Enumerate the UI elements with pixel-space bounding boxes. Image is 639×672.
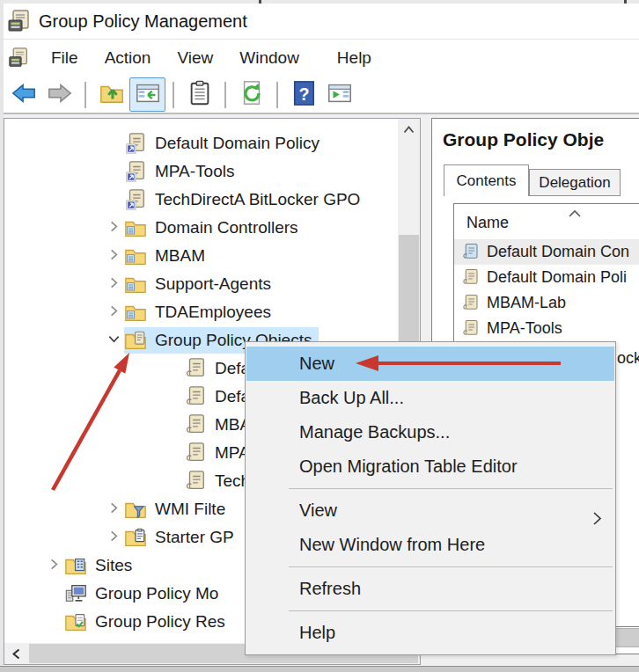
tree-item-label: TechDirectA BitLocker GPO — [155, 190, 360, 209]
menubar-item-help[interactable]: Help — [324, 43, 385, 73]
tree-item-body[interactable]: WMI Filte — [124, 496, 232, 522]
toolbar-separator — [276, 82, 278, 108]
refresh-icon — [239, 80, 265, 110]
tree-item-body[interactable]: Domain Controllers — [124, 215, 305, 241]
tree-item-body[interactable]: TDAEmployees — [124, 299, 278, 325]
tree-item-mbam[interactable]: MBAM — [4, 242, 397, 270]
gpo-link-icon — [124, 160, 147, 183]
context-menu: NewBack Up All...Manage Backups...Open M… — [245, 341, 616, 655]
tree-item-body[interactable]: Support-Agents — [124, 271, 278, 297]
tree-item-label: Sites — [95, 556, 132, 575]
window-bottom-border — [0, 666, 639, 672]
context-menu-item-open-migration-table-editor[interactable]: Open Migration Table Editor — [246, 449, 614, 484]
toolbar-back-arrow-button[interactable] — [5, 77, 41, 112]
folder-starter-icon — [124, 526, 147, 549]
tree-item-techdirecta-bitlocker-gpo[interactable]: TechDirectA BitLocker GPO — [4, 186, 397, 214]
tree-item-default-domain-policy[interactable]: Default Domain Policy — [4, 129, 397, 157]
toolbar-help-button[interactable]: ? — [285, 77, 321, 112]
toolbar-refresh-button[interactable] — [233, 77, 269, 112]
list-row-default-domain-poli[interactable]: Default Domain Poli — [454, 265, 639, 290]
folder-sites-icon — [64, 554, 87, 577]
gpo-icon — [184, 357, 207, 380]
context-menu-item-manage-backups[interactable]: Manage Backups... — [246, 415, 614, 449]
chevron-down-icon[interactable] — [103, 330, 124, 351]
menubar-item-action[interactable]: Action — [92, 43, 165, 73]
folder-ou-icon — [124, 273, 147, 296]
chevron-right-icon[interactable] — [43, 555, 64, 576]
chevron-right-icon[interactable] — [103, 217, 124, 238]
app-icon — [8, 47, 29, 69]
folder-up-icon — [99, 80, 125, 110]
gpo-icon — [184, 413, 207, 436]
sort-ascending-icon[interactable] — [567, 206, 583, 215]
context-menu-item-new[interactable]: New — [246, 347, 614, 381]
gpo-icon — [184, 385, 207, 408]
tree-item-body[interactable]: Group Policy Mo — [64, 581, 225, 607]
scroll-left-icon[interactable] — [4, 643, 27, 664]
tree-item-body[interactable]: MBAM — [124, 243, 212, 269]
context-menu-item-refresh[interactable]: Refresh — [246, 572, 614, 606]
chevron-right-icon[interactable] — [103, 245, 124, 267]
clipboard-icon — [187, 80, 213, 110]
tree-item-label: Default Domain Policy — [155, 134, 320, 153]
toolbar-folder-up-button[interactable] — [93, 77, 129, 112]
menubar-item-view[interactable]: View — [164, 43, 226, 73]
tree-item-support-agents[interactable]: Support-Agents — [4, 270, 397, 298]
tab-delegation[interactable]: Delegation — [529, 169, 621, 196]
tree-item-body[interactable]: Default Domain Policy — [124, 130, 327, 157]
expander-spacer — [43, 611, 64, 632]
tree-item-domain-controllers[interactable]: Domain Controllers — [4, 214, 397, 242]
chevron-right-icon[interactable] — [103, 527, 124, 548]
tree-item-body[interactable]: MPA-Tools — [124, 158, 241, 185]
context-menu-item-help[interactable]: Help — [246, 616, 614, 650]
results-pane-title: Group Policy Obje — [443, 129, 604, 150]
gpo-icon — [184, 470, 207, 493]
menubar-item-file[interactable]: File — [38, 43, 92, 73]
chevron-right-icon[interactable] — [103, 499, 124, 520]
toolbar-action-pane-button[interactable] — [321, 77, 357, 112]
gpo-icon — [184, 442, 207, 464]
toolbar-console-tree-button[interactable] — [129, 77, 165, 112]
list-row-mpa-tools[interactable]: MPA-Tools — [454, 316, 639, 341]
list-row-label: MBAM-Lab — [487, 294, 566, 312]
tree-item-body[interactable]: TechDirectA BitLocker GPO — [124, 186, 367, 213]
folder-wmi-icon — [124, 498, 147, 521]
toolbar-forward-arrow-button[interactable] — [41, 77, 77, 112]
tree-item-body[interactable]: Starter GP — [124, 524, 241, 551]
column-header-name[interactable]: Name — [466, 214, 509, 232]
chevron-right-icon — [107, 528, 121, 547]
action-pane-icon — [327, 80, 353, 110]
list-row-mbam-lab[interactable]: MBAM-Lab — [454, 290, 639, 316]
back-arrow-icon — [11, 80, 37, 110]
chevron-right-icon — [107, 500, 121, 519]
context-menu-separator — [289, 610, 613, 611]
tree-item-label: Support-Agents — [155, 274, 271, 294]
list-row-default-domain-con[interactable]: Default Domain Con — [454, 239, 639, 265]
tree-item-body[interactable]: Group Policy Res — [64, 609, 232, 635]
toolbar-clipboard-button[interactable] — [181, 77, 217, 112]
tab-contents[interactable]: Contents — [444, 164, 529, 196]
scroll-up-icon[interactable] — [398, 119, 420, 140]
tree-item-tdaemployees[interactable]: TDAEmployees — [4, 298, 397, 326]
tree-item-label: Domain Controllers — [155, 218, 298, 237]
forward-arrow-icon — [47, 80, 73, 110]
context-menu-separator — [289, 566, 613, 567]
tree-item-label: MPA-Tools — [155, 162, 234, 181]
menubar-item-window[interactable]: Window — [226, 43, 312, 73]
tree-item-mpa-tools[interactable]: MPA-Tools — [4, 157, 397, 186]
chevron-right-icon — [107, 246, 121, 266]
gpo-icon — [461, 319, 480, 338]
gpo-icon — [461, 268, 480, 287]
tree-item-label: Group Policy Res — [95, 612, 225, 632]
chevron-right-icon[interactable] — [103, 274, 124, 295]
help-icon: ? — [290, 80, 317, 110]
context-menu-item-view[interactable]: View — [246, 493, 614, 528]
clipped-list-row-fragment: ock — [617, 349, 639, 368]
chevron-right-icon[interactable] — [103, 302, 124, 323]
toolbar-separator — [173, 82, 174, 108]
tree-item-body[interactable]: Sites — [64, 552, 139, 579]
context-menu-item-back-up-all[interactable]: Back Up All... — [246, 381, 614, 415]
toolbar-separator — [84, 82, 86, 108]
context-menu-item-new-window-from-here[interactable]: New Window from Here — [246, 528, 614, 562]
list-row-label: Default Domain Con — [487, 243, 629, 261]
